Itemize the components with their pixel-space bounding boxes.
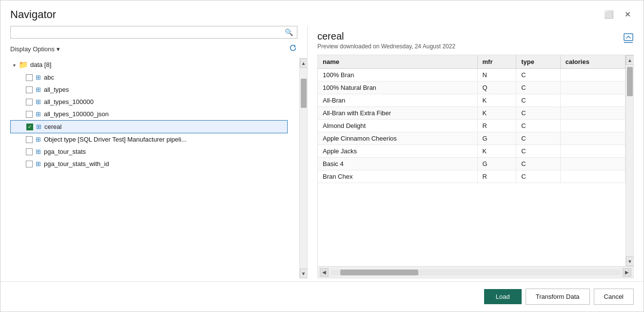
list-item[interactable]: ⊞ all_types — [10, 83, 297, 96]
preview-table: name mfr type calories 100% BranNC100% N… — [318, 55, 625, 183]
display-options-button[interactable]: Display Options — [10, 45, 60, 53]
list-item[interactable]: ⊞ abc — [10, 71, 297, 83]
item-label-pga-tour-stats-with-id: pga_tour_stats_with_id — [44, 160, 109, 167]
table-scroll-thumb[interactable] — [627, 67, 633, 96]
cell-mfr: Q — [477, 82, 516, 94]
display-options-label: Display Options — [10, 45, 55, 53]
item-label-pga-tour-stats: pga_tour_stats — [44, 148, 86, 155]
close-button[interactable]: ✕ — [622, 10, 634, 20]
table-icon: ⊞ — [36, 74, 41, 81]
table-hscroll-right-arrow[interactable]: ▶ — [623, 268, 631, 277]
refresh-button[interactable] — [289, 43, 297, 54]
left-panel: 🔍 Display Options — [0, 26, 308, 278]
list-item-cereal[interactable]: ⊞ cereal — [10, 120, 288, 133]
preview-title: cereal — [317, 31, 455, 42]
tree-area: 📁 data [8] ⊞ abc ⊞ all_types — [10, 58, 307, 278]
cell-name: All-Bran — [318, 94, 477, 107]
table-hscrollbar: ◀ ▶ — [318, 266, 633, 278]
table-hscroll-track[interactable] — [331, 270, 621, 275]
list-item[interactable]: ⊞ pga_tour_stats_with_id — [10, 158, 297, 170]
preview-subtitle: Preview downloaded on Wednesday, 24 Augu… — [317, 43, 455, 50]
table-scroll-track[interactable] — [626, 65, 633, 256]
item-checkbox-pga-tour-stats-with-id[interactable] — [26, 161, 33, 167]
table-row: Almond DelightRC — [318, 120, 625, 132]
cell-name: 100% Bran — [318, 69, 477, 82]
dialog-title: Navigator — [10, 8, 56, 21]
item-checkbox-all-types-100000[interactable] — [26, 99, 33, 105]
list-item[interactable]: ⊞ Object type [SQL Driver Test] Manufact… — [10, 133, 297, 146]
cell-calories — [560, 107, 625, 120]
cell-name: Apple Cinnamon Cheerios — [318, 132, 477, 145]
table-row: Apple Cinnamon CheeriosGC — [318, 132, 625, 145]
cell-calories — [560, 94, 625, 107]
preview-refresh-button[interactable] — [623, 33, 634, 46]
title-bar: Navigator ⬜ ✕ — [0, 0, 644, 21]
navigator-dialog: Navigator ⬜ ✕ 🔍 Display Options — [0, 0, 644, 312]
col-header-mfr: mfr — [477, 55, 516, 69]
folder-row[interactable]: 📁 data [8] — [10, 58, 297, 71]
table-scroll-up-arrow[interactable]: ▲ — [626, 55, 633, 65]
transform-data-button[interactable]: Transform Data — [526, 289, 590, 305]
list-item[interactable]: ⊞ pga_tour_stats — [10, 146, 297, 158]
item-checkbox-object-type[interactable] — [26, 136, 33, 143]
tree-list: 📁 data [8] ⊞ abc ⊞ all_types — [10, 58, 299, 278]
item-label-object-type: Object type [SQL Driver Test] Manufactur… — [44, 136, 187, 143]
item-checkbox-abc[interactable] — [26, 74, 33, 81]
cell-calories — [560, 132, 625, 145]
scroll-down-arrow[interactable]: ▼ — [300, 269, 308, 278]
preview-header: cereal Preview downloaded on Wednesday, … — [317, 26, 634, 50]
scroll-up-arrow[interactable]: ▲ — [300, 58, 308, 68]
title-bar-icons: ⬜ ✕ — [601, 10, 634, 20]
table-row: All-Bran with Extra FiberKC — [318, 107, 625, 120]
scroll-track[interactable] — [300, 68, 307, 269]
table-icon: ⊞ — [36, 123, 41, 130]
list-item[interactable]: ⊞ all_types_100000 — [10, 96, 297, 108]
cell-calories — [560, 120, 625, 132]
list-item[interactable]: ⊞ all_types_100000_json — [10, 108, 297, 120]
folder-label: data [8] — [30, 61, 51, 68]
table-hscroll-left-arrow[interactable]: ◀ — [320, 268, 329, 277]
item-label-cereal: cereal — [44, 123, 61, 130]
cell-name: Almond Delight — [318, 120, 477, 132]
cell-type: C — [516, 120, 561, 132]
cell-type: C — [516, 170, 561, 183]
table-hscroll-thumb[interactable] — [340, 270, 418, 275]
cancel-button[interactable]: Cancel — [594, 289, 634, 305]
preview-title-group: cereal Preview downloaded on Wednesday, … — [317, 31, 455, 50]
search-bar: 🔍 — [10, 26, 297, 39]
item-checkbox-all-types[interactable] — [26, 86, 33, 93]
cell-name: All-Bran with Extra Fiber — [318, 107, 477, 120]
maximize-button[interactable]: ⬜ — [601, 10, 617, 20]
item-checkbox-cereal[interactable] — [26, 124, 33, 130]
cell-name: Basic 4 — [318, 158, 477, 170]
table-scroll-down-arrow[interactable]: ▼ — [626, 256, 633, 266]
table-row: 100% Natural BranQC — [318, 82, 625, 94]
table-row: All-BranKC — [318, 94, 625, 107]
table-row: Apple JacksKC — [318, 145, 625, 158]
bottom-bar: Load Transform Data Cancel — [0, 281, 644, 312]
table-scroll-area[interactable]: name mfr type calories 100% BranNC100% N… — [318, 55, 625, 266]
cell-calories — [560, 170, 625, 183]
table-row: Basic 4GC — [318, 158, 625, 170]
item-label-all-types-100000: all_types_100000 — [44, 98, 94, 105]
table-vscrollbar: ▲ ▼ — [625, 55, 633, 266]
tree-scrollbar: ▲ ▼ — [299, 58, 307, 278]
cell-mfr: K — [477, 94, 516, 107]
table-icon: ⊞ — [36, 160, 41, 167]
search-input[interactable] — [15, 29, 285, 36]
item-label-all-types-100000-json: all_types_100000_json — [44, 110, 109, 118]
col-header-calories: calories — [560, 55, 625, 69]
right-panel: cereal Preview downloaded on Wednesday, … — [308, 26, 644, 278]
scroll-thumb[interactable] — [301, 79, 307, 108]
col-header-name: name — [318, 55, 477, 69]
table-icon: ⊞ — [36, 98, 41, 105]
content-area: 🔍 Display Options — [0, 26, 644, 278]
cell-type: C — [516, 94, 561, 107]
load-button[interactable]: Load — [484, 289, 522, 304]
item-checkbox-all-types-100000-json[interactable] — [26, 111, 33, 118]
preview-table-container: name mfr type calories 100% BranNC100% N… — [317, 55, 634, 278]
item-checkbox-pga-tour-stats[interactable] — [26, 148, 33, 155]
cell-mfr: K — [477, 145, 516, 158]
search-icon[interactable]: 🔍 — [285, 28, 293, 36]
cell-mfr: G — [477, 132, 516, 145]
